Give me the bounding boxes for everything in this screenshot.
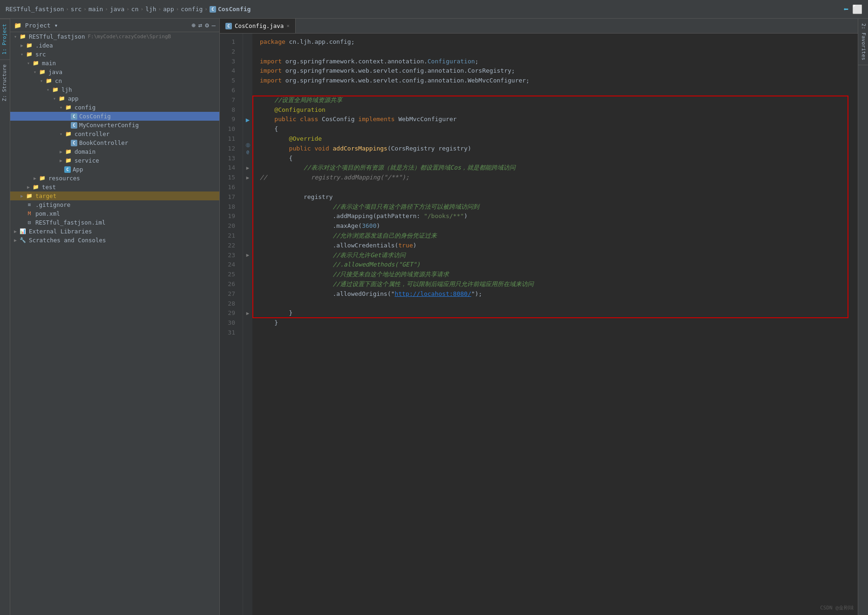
tree-gitignore[interactable]: ≡ .gitignore bbox=[10, 200, 219, 209]
tree-app[interactable]: ▾ 📁 app bbox=[10, 94, 219, 103]
config-arrow: ▾ bbox=[58, 105, 64, 110]
code-line-7: //设置全局跨域资源共享 bbox=[260, 96, 858, 105]
tree-java[interactable]: ▾ 📁 java bbox=[10, 68, 219, 76]
tree-config[interactable]: ▾ 📁 config bbox=[10, 103, 219, 112]
tree-app-class[interactable]: C App bbox=[10, 165, 219, 174]
ln-24: 24 bbox=[220, 260, 239, 270]
nav-back-icon[interactable]: ⬅ bbox=[843, 4, 848, 14]
g3 bbox=[243, 57, 252, 67]
code-line-19: .addMapping(pathPattern: "/books/**") bbox=[260, 212, 858, 221]
cn-folder-icon: 📁 bbox=[45, 78, 53, 84]
breadcrumb-cn[interactable]: cn bbox=[131, 6, 139, 13]
method-12: addCorsMappings bbox=[333, 144, 387, 154]
breadcrumb-java[interactable]: java bbox=[110, 6, 124, 13]
tree-extlib[interactable]: ▶ 📊 External Libraries bbox=[10, 227, 219, 236]
hide-tool[interactable]: — bbox=[212, 21, 216, 29]
breadcrumb-ljh[interactable]: ljh bbox=[145, 6, 156, 13]
tree-root[interactable]: ▾ 📁 RESTful_fastjson F:\myCode\crazyCode… bbox=[10, 32, 219, 41]
kw-class-9: class bbox=[300, 115, 318, 124]
iml-label: RESTful_fastjson.iml bbox=[35, 219, 106, 226]
tree-pomxml[interactable]: M pom.xml bbox=[10, 209, 219, 218]
tree-test[interactable]: ▶ 📁 test bbox=[10, 183, 219, 191]
comment-24: //.allowedMethods("GET") bbox=[260, 260, 420, 270]
tree-cosconfig[interactable]: C CosConfig bbox=[10, 112, 219, 121]
tree-main[interactable]: ▾ 📁 main bbox=[10, 59, 219, 68]
tree-cn[interactable]: ▾ 📁 cn bbox=[10, 76, 219, 85]
root-label: RESTful_fastjson bbox=[29, 33, 85, 40]
resources-arrow: ▶ bbox=[32, 176, 38, 181]
tab-close-button[interactable]: × bbox=[286, 23, 290, 29]
g17 bbox=[243, 192, 252, 202]
settings-tool[interactable]: ⚙ bbox=[205, 21, 209, 29]
g22 bbox=[243, 241, 252, 251]
project-dropdown[interactable]: 📁 Project ▾ bbox=[14, 22, 58, 29]
myconverter-class-icon: C bbox=[71, 122, 77, 129]
tree-domain[interactable]: ▶ 📁 domain bbox=[10, 147, 219, 156]
breadcrumb-config[interactable]: config bbox=[181, 6, 203, 13]
add-scope-tool[interactable]: ⊕ bbox=[191, 21, 195, 29]
ln-23: 23 bbox=[220, 251, 239, 260]
sidebar-content: ▾ 📁 RESTful_fastjson F:\myCode\crazyCode… bbox=[10, 32, 219, 615]
code-content[interactable]: package cn.ljh.app.config; import org.sp… bbox=[252, 34, 858, 615]
ln-29: 29 bbox=[220, 308, 239, 318]
tree-service[interactable]: ▶ 📁 service bbox=[10, 156, 219, 165]
code-line-14: //表示对这个项目的所有资源（就是方法）都设置跨域Cos，就是都能跨域访问 bbox=[260, 163, 858, 173]
ln-10: 10 bbox=[220, 124, 239, 134]
code-line-18: //表示这个项目只有这个路径下方法可以被跨域访问到 bbox=[260, 202, 858, 212]
code-editor[interactable]: 1 2 3 4 5 6 7 8 9 10 11 12 13 14 15 16 1… bbox=[220, 34, 858, 615]
ln-9: 9 bbox=[220, 115, 239, 124]
controller-arrow: ▾ bbox=[58, 131, 64, 137]
comment-23: //表示只允许Get请求访问 bbox=[260, 251, 406, 260]
g24 bbox=[243, 260, 252, 270]
root-path: F:\myCode\crazyCode\SpringB bbox=[88, 34, 171, 40]
collapse-all-tool[interactable]: ⇄ bbox=[198, 21, 202, 29]
import3-pkg: org.springframework.web.servlet.config.a… bbox=[282, 76, 529, 86]
ln-31: 31 bbox=[220, 328, 239, 338]
project-tab[interactable]: 1: Project bbox=[0, 19, 10, 59]
tree-target[interactable]: ▶ 📁 target bbox=[10, 191, 219, 200]
ln-4: 4 bbox=[220, 66, 239, 76]
code-line-4: import org.springframework.web.servlet.c… bbox=[260, 66, 858, 76]
ln-20: 20 bbox=[220, 221, 239, 231]
tree-idea[interactable]: ▶ 📁 .idea bbox=[10, 41, 219, 50]
tree-bookcontroller[interactable]: C BookController bbox=[10, 138, 219, 147]
ln-18: 18 bbox=[220, 202, 239, 212]
tree-myconverterconfig[interactable]: C MyConverterConfig bbox=[10, 121, 219, 130]
tree-controller[interactable]: ▾ 📁 controller bbox=[10, 130, 219, 138]
code-line-22: .allowCredentials(true) bbox=[260, 241, 858, 251]
breadcrumb-project[interactable]: RESTful_fastjson bbox=[6, 6, 64, 13]
cosconfig-icon: C bbox=[210, 6, 216, 13]
g16 bbox=[243, 183, 252, 192]
ln-25: 25 bbox=[220, 270, 239, 280]
service-arrow: ▶ bbox=[58, 158, 64, 163]
code-line-20: .maxAge(3600) bbox=[260, 221, 858, 231]
code-line-3: import org.springframework.context.annot… bbox=[260, 57, 858, 67]
breadcrumb-src[interactable]: src bbox=[71, 6, 81, 13]
tree-ljh[interactable]: ▾ 📁 ljh bbox=[10, 85, 219, 94]
root-folder-icon: 📁 bbox=[19, 34, 27, 40]
breadcrumb-main[interactable]: main bbox=[88, 6, 103, 13]
favorites-tab[interactable]: 2: Favorites bbox=[858, 19, 868, 65]
controller-label: controller bbox=[75, 130, 109, 137]
tree-iml[interactable]: ⊡ RESTful_fastjson.iml bbox=[10, 218, 219, 227]
g5 bbox=[243, 76, 252, 86]
ln-3: 3 bbox=[220, 57, 239, 67]
pom-icon: M bbox=[25, 211, 34, 217]
tree-resources[interactable]: ▶ 📁 resources bbox=[10, 174, 219, 183]
comment-15: // registry.addMapping("/**"); bbox=[260, 173, 409, 183]
structure-tab[interactable]: Z: Structure bbox=[0, 59, 10, 106]
tree-src[interactable]: ▾ 📁 src bbox=[10, 50, 219, 59]
ln-8: 8 bbox=[220, 105, 239, 115]
import1-cls: Configuration bbox=[427, 57, 475, 67]
ln-5: 5 bbox=[220, 76, 239, 86]
app-class-icon: C bbox=[64, 166, 71, 173]
nav-forward-icon[interactable]: ⬜ bbox=[852, 4, 862, 14]
cn-label: cn bbox=[55, 77, 62, 84]
cosconfig-tab[interactable]: C CosConfig.java × bbox=[220, 19, 296, 33]
breadcrumb-app[interactable]: app bbox=[163, 6, 174, 13]
src-arrow: ▾ bbox=[19, 52, 25, 57]
tree-scratches[interactable]: ▶ 🔧 Scratches and Consoles bbox=[10, 236, 219, 245]
code-line-15: // registry.addMapping("/**"); bbox=[260, 173, 858, 183]
code-line-30: } bbox=[260, 318, 858, 328]
breadcrumb-cosconfig[interactable]: CosConfig bbox=[218, 6, 251, 13]
